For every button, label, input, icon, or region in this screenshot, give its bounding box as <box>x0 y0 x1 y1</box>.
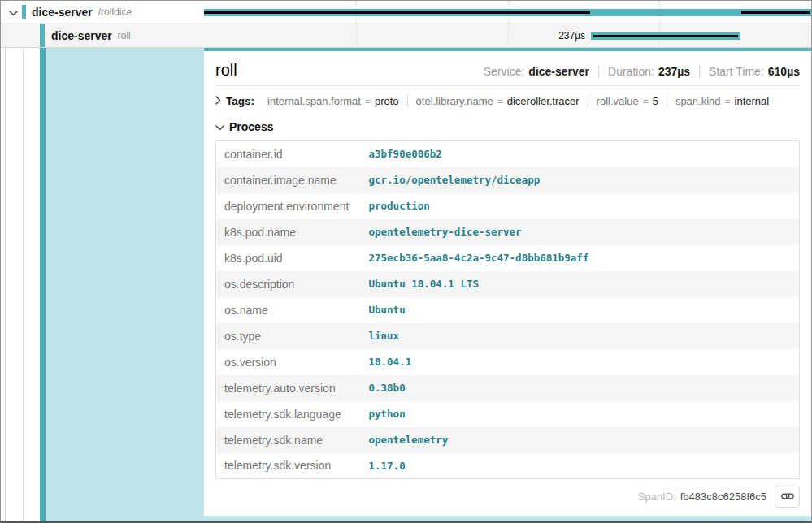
operation-name: /rolldice <box>98 6 132 18</box>
process-key: deployment.environment <box>216 193 361 219</box>
span-color-bar <box>22 5 26 19</box>
equals-sign: = <box>643 96 649 107</box>
process-row: telemetry.sdk.version1.17.0 <box>216 453 800 479</box>
process-key: k8s.pod.name <box>216 219 361 245</box>
process-value: Ubuntu 18.04.1 LTS <box>361 271 800 297</box>
process-value: 0.38b0 <box>361 375 800 401</box>
span-row-rolldice: dice-server /rolldice <box>1 1 811 24</box>
process-table-body: container.ida3bf90e006b2container.image.… <box>216 141 800 479</box>
process-row: k8s.pod.nameopentelemetry-dice-server <box>216 219 800 245</box>
process-value: python <box>361 401 800 427</box>
span-meta: Service:dice-serverDuration:237µsStart T… <box>484 65 800 78</box>
tags-row: Tags: internal.span.format=protootel.lib… <box>215 92 800 110</box>
span-tree-rail <box>1 48 204 521</box>
process-value: 275ecb36-5aa8-4c2a-9c47-d8bb681b9aff <box>361 245 800 271</box>
process-label: Process <box>229 120 273 133</box>
process-table: container.ida3bf90e006b2container.image.… <box>215 140 800 479</box>
self-time-segment <box>593 35 739 37</box>
process-value: 1.17.0 <box>361 453 800 479</box>
process-value: linux <box>361 323 800 349</box>
process-row: telemetry.sdk.nameopentelemetry <box>216 427 800 453</box>
tag-value: internal <box>735 95 770 107</box>
process-key: telemetry.sdk.name <box>216 427 361 453</box>
tags-toggle[interactable]: Tags: <box>215 93 259 108</box>
tag-key: internal.span.format <box>267 95 361 107</box>
process-key: k8s.pod.uid <box>216 245 361 271</box>
meta-value: dice-server <box>528 65 589 78</box>
process-value: gcr.io/opentelemetry/diceapp <box>361 167 800 193</box>
meta-label: Duration: <box>608 65 654 78</box>
indent-guide <box>5 48 6 521</box>
process-row: deployment.environmentproduction <box>216 193 800 219</box>
tag-key: span.kind <box>675 95 721 107</box>
selected-span-highlight <box>46 48 204 521</box>
process-key: container.image.name <box>216 167 361 193</box>
chevron-down-icon <box>9 5 18 19</box>
self-time-segment <box>741 11 810 14</box>
indent-guide <box>23 48 24 521</box>
spanid-label: SpanID: <box>638 491 676 503</box>
detail-body: roll Service:dice-serverDuration:237µsSt… <box>1 48 811 521</box>
span-bar-rolldice[interactable] <box>204 9 811 16</box>
process-row: os.descriptionUbuntu 18.04.1 LTS <box>216 271 800 297</box>
process-value: opentelemetry <box>361 427 800 453</box>
span-name-cell-roll[interactable]: dice-server roll <box>1 24 204 47</box>
trace-detail-view: dice-server /rolldice dice-server roll 2… <box>0 0 812 523</box>
header-divider <box>215 85 800 86</box>
deep-link-button[interactable] <box>775 486 800 508</box>
spanid-value: fb483c8c6258f6c5 <box>680 491 766 503</box>
process-key: os.type <box>216 323 361 349</box>
meta-value: 610µs <box>768 65 800 78</box>
meta-segment: Duration:237µs <box>598 65 690 78</box>
process-value: production <box>361 193 800 219</box>
equals-sign: = <box>725 96 731 107</box>
link-icon <box>781 490 794 504</box>
meta-value: 237µs <box>658 65 690 78</box>
meta-label: Start Time: <box>709 65 764 78</box>
process-value: Ubuntu <box>361 297 800 323</box>
span-duration-label: 237µs <box>204 24 585 47</box>
span-detail-footer: SpanID: fb483c8c6258f6c5 <box>215 479 800 516</box>
process-row: container.ida3bf90e006b2 <box>216 141 800 167</box>
process-key: os.version <box>216 349 361 375</box>
process-key: telemetry.auto.version <box>216 375 361 401</box>
process-key: telemetry.sdk.version <box>216 453 361 479</box>
span-row-roll-selected: dice-server roll 237µs <box>1 24 811 48</box>
tag-item: roll.value=5 <box>588 95 667 107</box>
timeline-track-roll: 237µs <box>204 24 811 47</box>
tag-value: diceroller.tracer <box>507 95 580 107</box>
span-detail-column: roll Service:dice-serverDuration:237µsSt… <box>204 48 811 521</box>
process-key: os.name <box>216 297 361 323</box>
process-row: os.nameUbuntu <box>216 297 800 323</box>
collapse-children-button[interactable] <box>7 6 19 18</box>
process-key: os.description <box>216 271 361 297</box>
process-row: container.image.namegcr.io/opentelemetry… <box>216 167 800 193</box>
process-value: opentelemetry-dice-server <box>361 219 800 245</box>
tag-key: roll.value <box>597 95 639 107</box>
equals-sign: = <box>365 96 371 107</box>
span-detail-card: roll Service:dice-serverDuration:237µsSt… <box>204 48 811 516</box>
selected-span-accent-bar <box>40 48 46 521</box>
span-bar-roll[interactable] <box>591 32 741 40</box>
process-key: telemetry.sdk.language <box>216 401 361 427</box>
process-toggle[interactable]: Process <box>215 119 800 136</box>
self-time-segment <box>204 11 590 14</box>
process-row: telemetry.sdk.languagepython <box>216 401 800 427</box>
chevron-right-icon <box>215 93 221 108</box>
span-color-bar <box>40 24 45 47</box>
span-detail-header: roll Service:dice-serverDuration:237µsSt… <box>215 51 800 85</box>
tag-item: span.kind=internal <box>667 95 777 107</box>
tags-label: Tags: <box>226 95 254 107</box>
equals-sign: = <box>497 96 503 107</box>
span-title: roll <box>215 61 237 80</box>
service-name: dice-server <box>32 6 93 19</box>
span-name-cell-rolldice[interactable]: dice-server /rolldice <box>1 1 204 23</box>
process-key: container.id <box>216 141 361 167</box>
tag-items: internal.span.format=protootel.library.n… <box>259 95 777 107</box>
process-row: telemetry.auto.version0.38b0 <box>216 375 800 401</box>
process-row: os.typelinux <box>216 323 800 349</box>
chevron-down-icon <box>215 119 224 134</box>
operation-name: roll <box>118 30 131 41</box>
process-value: a3bf90e006b2 <box>361 141 800 167</box>
meta-label: Service: <box>484 65 525 78</box>
